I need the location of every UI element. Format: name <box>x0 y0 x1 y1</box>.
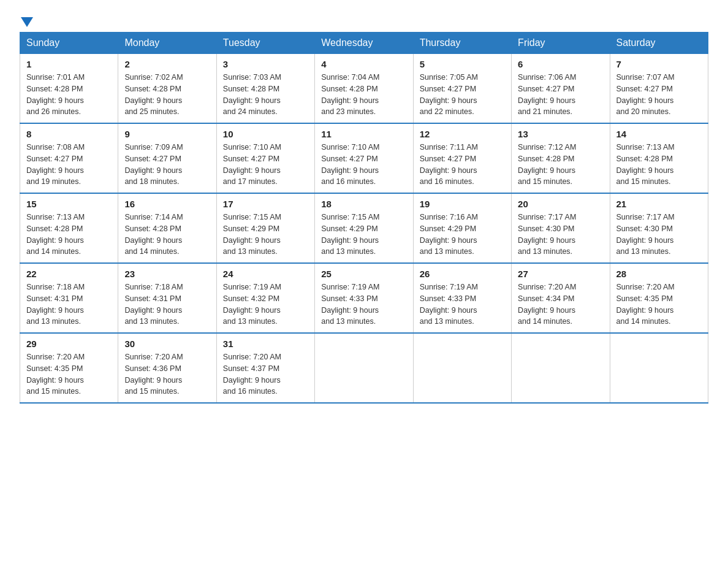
day-detail: Sunrise: 7:07 AMSunset: 4:27 PMDaylight:… <box>616 73 675 116</box>
calendar-cell: 11 Sunrise: 7:10 AMSunset: 4:27 PMDaylig… <box>315 123 413 193</box>
calendar-cell: 10 Sunrise: 7:10 AMSunset: 4:27 PMDaylig… <box>216 123 314 193</box>
calendar-cell: 27 Sunrise: 7:20 AMSunset: 4:34 PMDaylig… <box>512 263 610 333</box>
calendar-cell: 2 Sunrise: 7:02 AMSunset: 4:28 PMDayligh… <box>118 54 216 124</box>
day-detail: Sunrise: 7:18 AMSunset: 4:31 PMDaylight:… <box>124 283 183 326</box>
calendar-week-4: 22 Sunrise: 7:18 AMSunset: 4:31 PMDaylig… <box>20 263 708 333</box>
calendar-cell: 5 Sunrise: 7:05 AMSunset: 4:27 PMDayligh… <box>413 54 511 124</box>
day-number: 21 <box>616 199 702 209</box>
day-detail: Sunrise: 7:19 AMSunset: 4:33 PMDaylight:… <box>321 283 379 326</box>
page-header <box>20 15 708 26</box>
weekday-header-saturday: Saturday <box>610 33 708 54</box>
day-detail: Sunrise: 7:17 AMSunset: 4:30 PMDaylight:… <box>518 213 576 256</box>
logo-blue-text <box>20 17 33 26</box>
day-detail: Sunrise: 7:20 AMSunset: 4:37 PMDaylight:… <box>223 353 281 396</box>
day-number: 31 <box>223 339 308 349</box>
day-detail: Sunrise: 7:19 AMSunset: 4:32 PMDaylight:… <box>223 283 281 326</box>
day-number: 17 <box>223 199 308 209</box>
calendar-cell: 30 Sunrise: 7:20 AMSunset: 4:36 PMDaylig… <box>118 333 216 403</box>
day-detail: Sunrise: 7:11 AMSunset: 4:27 PMDaylight:… <box>420 143 478 186</box>
calendar-cell: 29 Sunrise: 7:20 AMSunset: 4:35 PMDaylig… <box>20 333 118 403</box>
day-number: 15 <box>26 199 112 209</box>
weekday-header-tuesday: Tuesday <box>216 33 314 54</box>
calendar-table: SundayMondayTuesdayWednesdayThursdayFrid… <box>20 32 708 404</box>
day-number: 14 <box>616 129 702 139</box>
calendar-week-5: 29 Sunrise: 7:20 AMSunset: 4:35 PMDaylig… <box>20 333 708 403</box>
calendar-cell <box>413 333 511 403</box>
calendar-cell: 13 Sunrise: 7:12 AMSunset: 4:28 PMDaylig… <box>512 123 610 193</box>
calendar-cell: 20 Sunrise: 7:17 AMSunset: 4:30 PMDaylig… <box>512 193 610 263</box>
day-number: 11 <box>321 129 406 139</box>
calendar-week-3: 15 Sunrise: 7:13 AMSunset: 4:28 PMDaylig… <box>20 193 708 263</box>
day-detail: Sunrise: 7:10 AMSunset: 4:27 PMDaylight:… <box>223 143 281 186</box>
weekday-header-friday: Friday <box>512 33 610 54</box>
day-number: 4 <box>321 59 406 69</box>
calendar-header-row: SundayMondayTuesdayWednesdayThursdayFrid… <box>20 33 708 54</box>
calendar-cell: 4 Sunrise: 7:04 AMSunset: 4:28 PMDayligh… <box>315 54 413 124</box>
day-detail: Sunrise: 7:10 AMSunset: 4:27 PMDaylight:… <box>321 143 379 186</box>
weekday-header-thursday: Thursday <box>413 33 511 54</box>
day-number: 26 <box>420 269 505 279</box>
calendar-cell: 25 Sunrise: 7:19 AMSunset: 4:33 PMDaylig… <box>315 263 413 333</box>
day-number: 29 <box>26 339 112 349</box>
day-number: 1 <box>26 59 112 69</box>
day-detail: Sunrise: 7:02 AMSunset: 4:28 PMDaylight:… <box>124 73 183 116</box>
calendar-cell: 9 Sunrise: 7:09 AMSunset: 4:27 PMDayligh… <box>118 123 216 193</box>
day-number: 13 <box>518 129 603 139</box>
weekday-header-sunday: Sunday <box>20 33 118 54</box>
day-detail: Sunrise: 7:15 AMSunset: 4:29 PMDaylight:… <box>321 213 379 256</box>
day-number: 3 <box>223 59 308 69</box>
day-number: 30 <box>124 339 210 349</box>
day-number: 27 <box>518 269 603 279</box>
day-detail: Sunrise: 7:13 AMSunset: 4:28 PMDaylight:… <box>26 213 85 256</box>
day-number: 24 <box>223 269 308 279</box>
calendar-cell: 14 Sunrise: 7:13 AMSunset: 4:28 PMDaylig… <box>610 123 708 193</box>
calendar-cell <box>610 333 708 403</box>
calendar-week-1: 1 Sunrise: 7:01 AMSunset: 4:28 PMDayligh… <box>20 54 708 124</box>
calendar-cell: 1 Sunrise: 7:01 AMSunset: 4:28 PMDayligh… <box>20 54 118 124</box>
calendar-cell: 31 Sunrise: 7:20 AMSunset: 4:37 PMDaylig… <box>216 333 314 403</box>
calendar-cell: 22 Sunrise: 7:18 AMSunset: 4:31 PMDaylig… <box>20 263 118 333</box>
logo <box>20 17 33 26</box>
day-number: 7 <box>616 59 702 69</box>
day-number: 10 <box>223 129 308 139</box>
day-detail: Sunrise: 7:14 AMSunset: 4:28 PMDaylight:… <box>124 213 183 256</box>
day-number: 22 <box>26 269 112 279</box>
day-number: 5 <box>420 59 505 69</box>
calendar-cell: 6 Sunrise: 7:06 AMSunset: 4:27 PMDayligh… <box>512 54 610 124</box>
calendar-cell: 7 Sunrise: 7:07 AMSunset: 4:27 PMDayligh… <box>610 54 708 124</box>
calendar-cell <box>315 333 413 403</box>
day-detail: Sunrise: 7:01 AMSunset: 4:28 PMDaylight:… <box>26 73 85 116</box>
weekday-header-wednesday: Wednesday <box>315 33 413 54</box>
day-number: 23 <box>124 269 210 279</box>
day-number: 25 <box>321 269 406 279</box>
day-number: 2 <box>124 59 210 69</box>
calendar-week-2: 8 Sunrise: 7:08 AMSunset: 4:27 PMDayligh… <box>20 123 708 193</box>
calendar-cell <box>512 333 610 403</box>
calendar-cell: 26 Sunrise: 7:19 AMSunset: 4:33 PMDaylig… <box>413 263 511 333</box>
day-detail: Sunrise: 7:06 AMSunset: 4:27 PMDaylight:… <box>518 73 576 116</box>
logo-triangle-icon <box>21 17 33 27</box>
calendar-cell: 18 Sunrise: 7:15 AMSunset: 4:29 PMDaylig… <box>315 193 413 263</box>
day-detail: Sunrise: 7:20 AMSunset: 4:35 PMDaylight:… <box>26 353 85 396</box>
day-number: 20 <box>518 199 603 209</box>
calendar-cell: 17 Sunrise: 7:15 AMSunset: 4:29 PMDaylig… <box>216 193 314 263</box>
calendar-cell: 21 Sunrise: 7:17 AMSunset: 4:30 PMDaylig… <box>610 193 708 263</box>
day-detail: Sunrise: 7:05 AMSunset: 4:27 PMDaylight:… <box>420 73 478 116</box>
day-number: 8 <box>26 129 112 139</box>
calendar-cell: 24 Sunrise: 7:19 AMSunset: 4:32 PMDaylig… <box>216 263 314 333</box>
day-detail: Sunrise: 7:03 AMSunset: 4:28 PMDaylight:… <box>223 73 281 116</box>
day-detail: Sunrise: 7:15 AMSunset: 4:29 PMDaylight:… <box>223 213 281 256</box>
day-detail: Sunrise: 7:13 AMSunset: 4:28 PMDaylight:… <box>616 143 675 186</box>
day-number: 16 <box>124 199 210 209</box>
day-detail: Sunrise: 7:12 AMSunset: 4:28 PMDaylight:… <box>518 143 576 186</box>
calendar-cell: 15 Sunrise: 7:13 AMSunset: 4:28 PMDaylig… <box>20 193 118 263</box>
day-detail: Sunrise: 7:18 AMSunset: 4:31 PMDaylight:… <box>26 283 85 326</box>
calendar-cell: 23 Sunrise: 7:18 AMSunset: 4:31 PMDaylig… <box>118 263 216 333</box>
day-detail: Sunrise: 7:08 AMSunset: 4:27 PMDaylight:… <box>26 143 85 186</box>
day-number: 6 <box>518 59 603 69</box>
day-detail: Sunrise: 7:04 AMSunset: 4:28 PMDaylight:… <box>321 73 379 116</box>
calendar-cell: 3 Sunrise: 7:03 AMSunset: 4:28 PMDayligh… <box>216 54 314 124</box>
day-detail: Sunrise: 7:09 AMSunset: 4:27 PMDaylight:… <box>124 143 183 186</box>
day-number: 12 <box>420 129 505 139</box>
weekday-header-monday: Monday <box>118 33 216 54</box>
